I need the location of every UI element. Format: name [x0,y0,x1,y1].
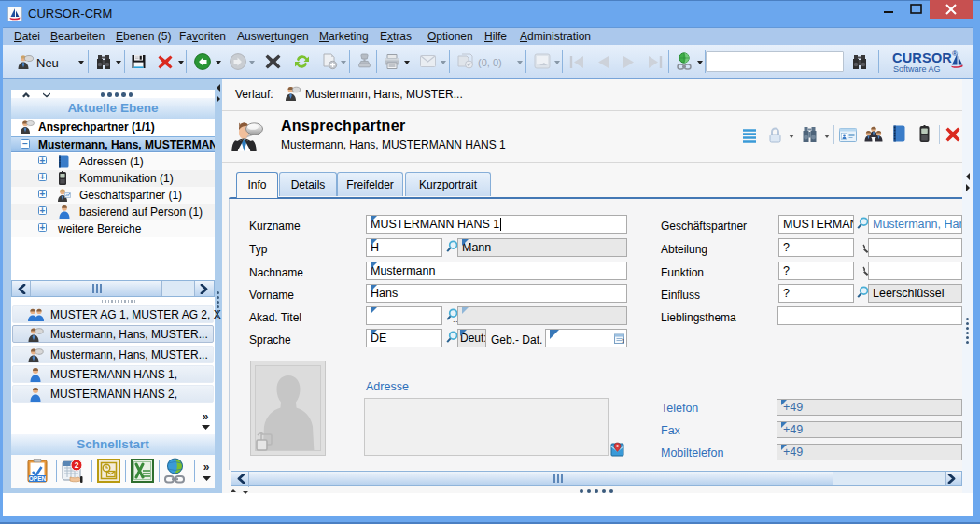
svg-text:OPEN: OPEN [29,475,47,482]
svg-text:3: 3 [622,338,624,344]
svg-text:2: 2 [75,460,79,470]
